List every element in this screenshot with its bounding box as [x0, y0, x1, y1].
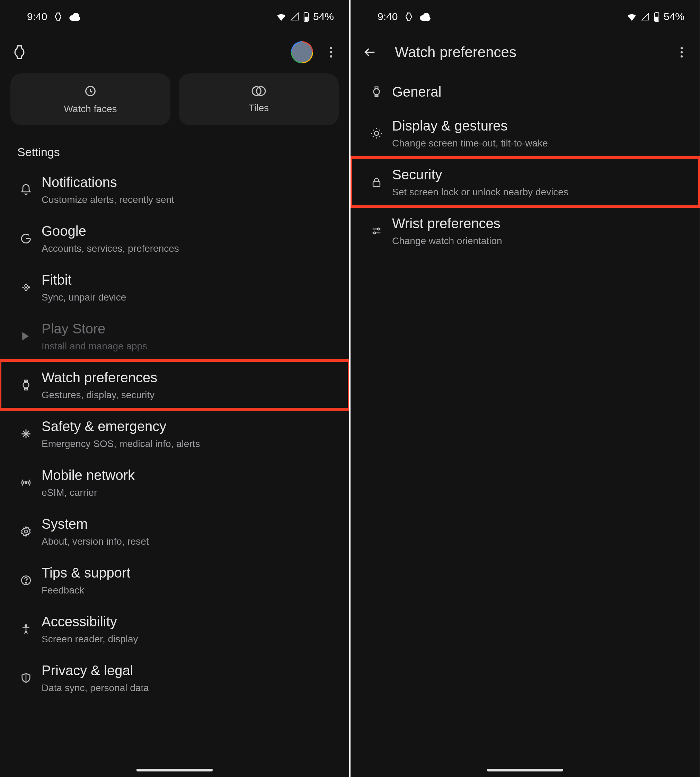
svg-rect-2	[305, 12, 307, 13]
svg-rect-27	[655, 17, 658, 21]
svg-point-10	[25, 283, 27, 285]
svg-point-12	[25, 289, 27, 291]
item-subtitle: Accounts, services, preferences	[42, 242, 332, 255]
settings-item-tips[interactable]: Tips & support Feedback	[0, 556, 349, 604]
wifi-icon	[626, 12, 637, 21]
svg-point-34	[374, 89, 380, 95]
item-subtitle: Data sync, personal data	[42, 682, 332, 694]
svg-point-38	[374, 232, 376, 234]
app-bar: Watch preferences	[350, 33, 700, 72]
svg-point-5	[330, 55, 332, 58]
settings-item-notifications[interactable]: Notifications Customize alerts, recently…	[0, 165, 349, 214]
watch-icon	[10, 379, 42, 391]
settings-item-privacy[interactable]: Privacy & legal Data sync, personal data	[0, 653, 349, 702]
cloud-icon	[420, 12, 431, 21]
item-title: General	[392, 83, 682, 100]
svg-point-14	[24, 285, 25, 286]
item-title: Safety & emergency	[42, 418, 332, 435]
overflow-menu-icon[interactable]	[669, 40, 694, 65]
pref-item-general[interactable]: General	[350, 75, 700, 109]
svg-point-37	[378, 228, 380, 230]
svg-point-22	[25, 530, 28, 533]
settings-item-mobile-network[interactable]: Mobile network eSIM, carrier	[0, 458, 349, 507]
item-title: Wrist preferences	[392, 215, 682, 232]
antenna-icon	[10, 477, 42, 489]
wifi-icon	[276, 12, 287, 21]
svg-point-11	[25, 286, 27, 288]
svg-point-3	[330, 47, 332, 49]
bell-icon	[10, 183, 42, 196]
status-bar: 9:40 54%	[0, 0, 349, 33]
settings-item-watch-preferences[interactable]: Watch preferences Gestures, display, sec…	[0, 361, 349, 409]
shield-icon	[10, 672, 42, 684]
svg-rect-32	[375, 87, 378, 88]
home-indicator[interactable]	[487, 769, 563, 772]
tab-tiles[interactable]: Tiles	[179, 73, 339, 125]
sliders-icon	[361, 225, 392, 237]
profile-avatar[interactable]	[291, 41, 313, 63]
settings-item-accessibility[interactable]: Accessibility Screen reader, display	[0, 604, 349, 653]
back-button[interactable]	[357, 40, 382, 65]
tab-row: Watch faces Tiles	[0, 72, 349, 129]
svg-rect-1	[305, 17, 308, 21]
tab-watch-faces[interactable]: Watch faces	[10, 73, 170, 125]
pref-item-display[interactable]: Display & gestures Change screen time-ou…	[350, 109, 700, 158]
play-store-icon	[10, 331, 42, 342]
svg-rect-28	[656, 12, 657, 13]
item-subtitle: Sync, unpair device	[42, 291, 332, 303]
item-subtitle: Install and manage apps	[42, 340, 332, 352]
settings-list: Notifications Customize alerts, recently…	[0, 165, 349, 702]
overflow-menu-icon[interactable]	[319, 40, 343, 65]
item-title: Fitbit	[42, 271, 332, 288]
item-title: Display & gestures	[392, 117, 682, 134]
watch-face-icon	[83, 84, 97, 99]
svg-point-29	[681, 47, 683, 49]
item-title: Play Store	[42, 320, 332, 337]
item-title: Tips & support	[42, 564, 332, 581]
svg-point-35	[374, 131, 378, 135]
item-title: Mobile network	[42, 466, 332, 484]
svg-point-20	[23, 382, 29, 388]
item-subtitle: Feedback	[42, 584, 332, 596]
svg-point-24	[26, 582, 27, 583]
lock-icon	[361, 176, 392, 188]
help-icon	[10, 574, 42, 586]
item-title: Accessibility	[42, 613, 332, 630]
item-title: Privacy & legal	[42, 662, 332, 679]
item-subtitle: eSIM, carrier	[42, 486, 332, 499]
phone-screen-right: 9:40 54% Watch preferences	[350, 0, 700, 777]
item-subtitle: Change screen time-out, tilt-to-wake	[392, 137, 682, 149]
item-title: Watch preferences	[42, 369, 332, 386]
pref-item-wrist[interactable]: Wrist preferences Change watch orientati…	[350, 206, 700, 255]
svg-point-17	[27, 288, 28, 290]
svg-rect-33	[375, 95, 378, 97]
svg-point-9	[22, 286, 24, 288]
status-time: 9:40	[378, 11, 398, 23]
status-bar: 9:40 54%	[350, 0, 700, 33]
svg-point-16	[27, 285, 28, 286]
item-subtitle: About, version info, reset	[42, 535, 332, 547]
item-subtitle: Gestures, display, security	[42, 389, 332, 401]
svg-point-13	[28, 286, 30, 288]
item-subtitle: Emergency SOS, medical info, alerts	[42, 438, 332, 450]
svg-rect-36	[373, 181, 380, 186]
settings-item-play-store[interactable]: Play Store Install and manage apps	[0, 312, 349, 361]
pref-item-security[interactable]: Security Set screen lock or unlock nearb…	[350, 158, 700, 206]
settings-item-google[interactable]: Google Accounts, services, preferences	[0, 214, 349, 263]
settings-item-fitbit[interactable]: Fitbit Sync, unpair device	[0, 263, 349, 312]
home-indicator[interactable]	[137, 769, 213, 772]
phone-screen-left: 9:40 54%	[0, 0, 349, 777]
brightness-icon	[361, 127, 392, 140]
svg-point-15	[24, 288, 25, 289]
signal-icon	[290, 12, 299, 21]
battery-percent: 54%	[663, 11, 684, 23]
watch-status-icon	[404, 12, 413, 22]
settings-item-safety[interactable]: Safety & emergency Emergency SOS, medica…	[0, 409, 349, 458]
item-title: Notifications	[42, 173, 332, 191]
settings-item-system[interactable]: System About, version info, reset	[0, 507, 349, 556]
watch-status-icon	[53, 12, 63, 22]
battery-icon	[303, 12, 310, 22]
gear-icon	[10, 526, 42, 537]
item-subtitle: Change watch orientation	[392, 235, 682, 247]
watch-app-icon[interactable]	[7, 40, 32, 65]
